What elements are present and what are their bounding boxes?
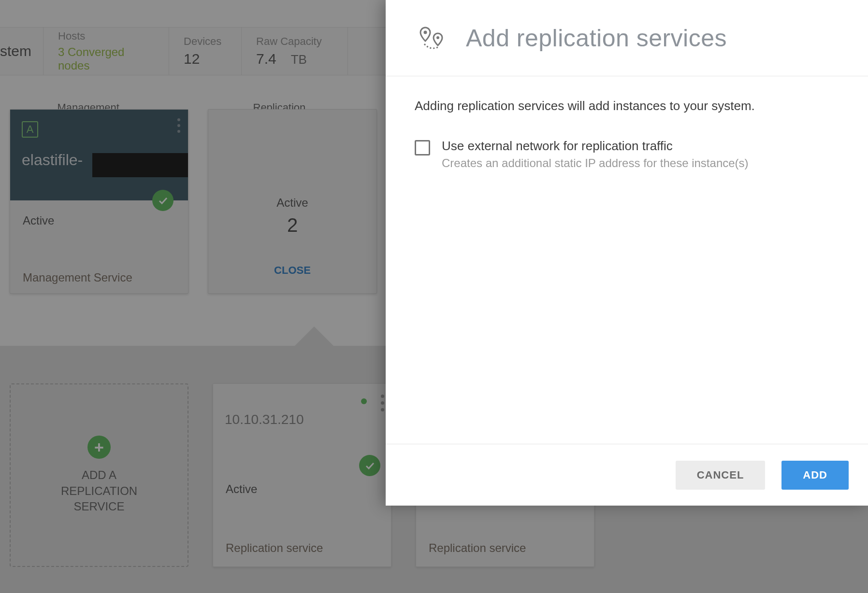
modal-description: Adding replication services will add ins… <box>415 99 839 113</box>
replication-route-icon <box>415 21 449 56</box>
svg-point-0 <box>424 30 427 34</box>
add-button[interactable]: ADD <box>781 461 849 490</box>
external-network-checkbox-row: Use external network for replication tra… <box>415 139 839 170</box>
svg-point-1 <box>436 36 439 39</box>
checkbox-subtext: Creates an additional static IP address … <box>442 156 749 170</box>
modal-footer: CANCEL ADD <box>386 444 868 506</box>
add-replication-modal: Add replication services Adding replicat… <box>386 0 868 506</box>
modal-body: Adding replication services will add ins… <box>386 76 868 444</box>
modal-title: Add replication services <box>466 24 727 52</box>
checkbox-label: Use external network for replication tra… <box>442 139 749 154</box>
modal-header: Add replication services <box>386 0 868 76</box>
cancel-button[interactable]: CANCEL <box>676 461 766 490</box>
checkbox-text-group: Use external network for replication tra… <box>442 139 749 170</box>
external-network-checkbox[interactable] <box>415 140 430 155</box>
